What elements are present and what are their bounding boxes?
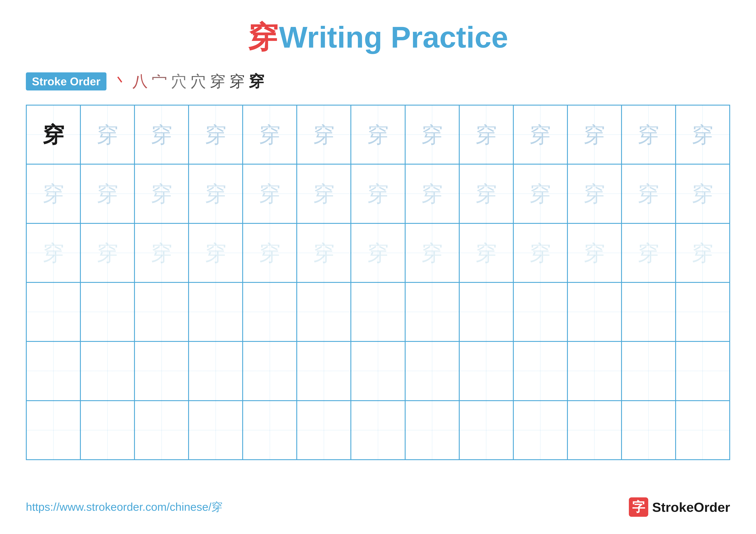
- grid-cell[interactable]: 穿: [405, 223, 459, 282]
- cell-char: 穿: [583, 242, 605, 264]
- grid-cell[interactable]: [676, 282, 730, 342]
- grid-cell[interactable]: 穿: [189, 105, 243, 164]
- grid-cell[interactable]: [567, 342, 622, 400]
- grid-cell[interactable]: 穿: [567, 223, 622, 282]
- grid-cell[interactable]: 穿: [134, 223, 189, 282]
- grid-cell[interactable]: 穿: [134, 164, 189, 223]
- grid-cell[interactable]: [405, 282, 459, 342]
- grid-cell[interactable]: 穿: [513, 164, 567, 223]
- grid-cell[interactable]: [622, 342, 676, 400]
- grid-cell[interactable]: 穿: [622, 223, 676, 282]
- grid-cell[interactable]: [243, 401, 297, 460]
- cell-char: 穿: [313, 183, 335, 204]
- grid-cell[interactable]: 穿: [26, 105, 80, 164]
- grid-cell[interactable]: [26, 342, 80, 400]
- grid-cell[interactable]: [351, 401, 405, 460]
- grid-cell[interactable]: [80, 282, 134, 342]
- grid-cell[interactable]: [513, 282, 567, 342]
- grid-cell[interactable]: 穿: [567, 105, 622, 164]
- footer-logo: 字 StrokeOrder: [629, 497, 730, 517]
- grid-cell[interactable]: [459, 282, 513, 342]
- stroke-order-section: Stroke Order 丶 八 宀 穴 穴 穿 穿 穿: [26, 71, 730, 92]
- title-chinese-char: 穿: [248, 20, 278, 54]
- grid-cell[interactable]: [622, 282, 676, 342]
- cell-char: 穿: [692, 124, 713, 145]
- grid-cell[interactable]: [134, 342, 189, 400]
- cell-char: 穿: [151, 183, 173, 204]
- grid-cell[interactable]: [243, 342, 297, 400]
- grid-cell[interactable]: [405, 401, 459, 460]
- cell-char: 穿: [421, 183, 443, 204]
- grid-cell[interactable]: [567, 282, 622, 342]
- grid-cell[interactable]: 穿: [513, 105, 567, 164]
- cell-char: 穿: [205, 124, 227, 145]
- grid-cell[interactable]: [622, 401, 676, 460]
- grid-cell[interactable]: 穿: [622, 164, 676, 223]
- grid-cell[interactable]: 穿: [459, 105, 513, 164]
- grid-cell[interactable]: [297, 401, 351, 460]
- grid-cell[interactable]: [26, 401, 80, 460]
- grid-cell[interactable]: 穿: [676, 223, 730, 282]
- grid-cell[interactable]: [26, 282, 80, 342]
- cell-char: 穿: [313, 124, 335, 145]
- cell-char: 穿: [43, 183, 64, 204]
- grid-cell[interactable]: 穿: [26, 164, 80, 223]
- grid-cell[interactable]: 穿: [676, 164, 730, 223]
- grid-cell[interactable]: 穿: [513, 223, 567, 282]
- grid-cell[interactable]: [676, 342, 730, 400]
- grid-cell[interactable]: [351, 342, 405, 400]
- footer-url[interactable]: https://www.strokeorder.com/chinese/穿: [26, 499, 223, 515]
- grid-cell[interactable]: [297, 342, 351, 400]
- cell-char: 穿: [475, 183, 497, 204]
- cell-char: 穿: [692, 183, 713, 204]
- grid-cell[interactable]: 穿: [243, 105, 297, 164]
- grid-cell[interactable]: 穿: [405, 105, 459, 164]
- cell-char: 穿: [692, 242, 713, 264]
- grid-cell[interactable]: 穿: [351, 164, 405, 223]
- grid-cell[interactable]: 穿: [459, 223, 513, 282]
- page: 穿 Writing Practice Stroke Order 丶 八 宀 穴 …: [0, 0, 756, 534]
- grid-cell[interactable]: 穿: [80, 105, 134, 164]
- grid-cell[interactable]: 穿: [243, 223, 297, 282]
- grid-cell[interactable]: 穿: [189, 223, 243, 282]
- grid-cell[interactable]: 穿: [297, 105, 351, 164]
- grid-cell[interactable]: 穿: [297, 164, 351, 223]
- grid-cell[interactable]: [134, 401, 189, 460]
- grid-cell[interactable]: 穿: [243, 164, 297, 223]
- grid-cell[interactable]: 穿: [134, 105, 189, 164]
- grid-cell[interactable]: [351, 282, 405, 342]
- grid-cell[interactable]: [189, 342, 243, 400]
- grid-cell[interactable]: [459, 342, 513, 400]
- grid-cell[interactable]: [80, 342, 134, 400]
- grid-cell[interactable]: [513, 342, 567, 400]
- grid-cell[interactable]: [297, 282, 351, 342]
- grid-cell[interactable]: [189, 401, 243, 460]
- grid-cell[interactable]: 穿: [567, 164, 622, 223]
- stroke-6: 穿: [210, 71, 226, 92]
- grid-cell[interactable]: [189, 282, 243, 342]
- grid-cell[interactable]: 穿: [26, 223, 80, 282]
- grid-cell[interactable]: 穿: [80, 223, 134, 282]
- grid-cell[interactable]: 穿: [80, 164, 134, 223]
- grid-cell[interactable]: 穿: [297, 223, 351, 282]
- logo-text: StrokeOrder: [652, 499, 730, 515]
- stroke-7: 穿: [229, 71, 245, 92]
- grid-cell[interactable]: [405, 342, 459, 400]
- grid-cell[interactable]: 穿: [189, 164, 243, 223]
- grid-cell[interactable]: 穿: [405, 164, 459, 223]
- grid-cell[interactable]: [243, 282, 297, 342]
- cell-char: 穿: [583, 124, 605, 145]
- grid-cell[interactable]: 穿: [351, 105, 405, 164]
- grid-cell[interactable]: 穿: [459, 164, 513, 223]
- practice-grid: 穿 穿 穿 穿 穿 穿 穿 穿 穿 穿 穿 穿 穿 穿 穿 穿 穿 穿 穿 穿 …: [26, 105, 730, 460]
- grid-cell[interactable]: [134, 282, 189, 342]
- grid-cell[interactable]: 穿: [351, 223, 405, 282]
- grid-cell[interactable]: [676, 401, 730, 460]
- grid-cell[interactable]: 穿: [676, 105, 730, 164]
- grid-cell[interactable]: [80, 401, 134, 460]
- grid-cell[interactable]: [567, 401, 622, 460]
- grid-cell[interactable]: [513, 401, 567, 460]
- grid-cell[interactable]: 穿: [622, 105, 676, 164]
- cell-char: 穿: [583, 183, 605, 204]
- grid-cell[interactable]: [459, 401, 513, 460]
